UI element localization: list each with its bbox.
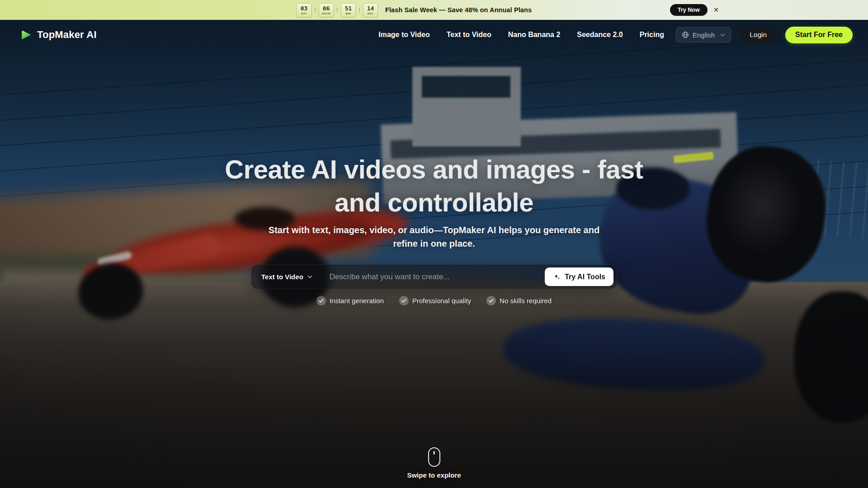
countdown-minutes-value: 51 xyxy=(345,5,352,11)
feature-no-skills-required: No skills required xyxy=(486,296,552,305)
countdown-minutes-label: MIN xyxy=(345,12,351,15)
logo-text: TopMaker AI xyxy=(37,29,97,41)
feature-label: No skills required xyxy=(500,297,552,305)
mouse-scroll-icon xyxy=(428,447,440,467)
logo[interactable]: TopMaker AI xyxy=(19,28,97,42)
nav-link-text-to-video[interactable]: Text to Video xyxy=(447,31,491,39)
countdown-days: 03 DAY xyxy=(297,3,311,17)
countdown-hours: 06 HOUR xyxy=(319,3,334,17)
mode-selected-label: Text to Video xyxy=(261,273,303,281)
promo-banner: 03 DAY : 06 HOUR : 51 MIN : 14 SEC xyxy=(0,0,868,20)
countdown-seconds: 14 SEC xyxy=(363,3,378,17)
promo-banner-content: 03 DAY : 06 HOUR : 51 MIN : 14 SEC xyxy=(297,0,532,20)
countdown-hours-label: HOUR xyxy=(322,12,330,15)
countdown-minutes: 51 MIN xyxy=(341,3,356,17)
chevron-down-icon xyxy=(720,33,725,37)
sparkle-icon xyxy=(553,273,561,281)
main-nav: Image to Video Text to Video Nano Banana… xyxy=(378,31,664,39)
feature-label: Instant generation xyxy=(330,297,384,305)
logo-play-icon xyxy=(19,28,33,42)
check-circle-icon xyxy=(316,296,326,305)
check-circle-icon xyxy=(399,296,409,305)
prompt-bar: Text to Video Try AI Tools xyxy=(251,264,617,289)
banner-message: Flash Sale Week — Save 48% on Annual Pla… xyxy=(385,6,532,14)
check-circle-icon xyxy=(486,296,496,305)
try-ai-tools-button[interactable]: Try AI Tools xyxy=(545,267,613,286)
scroll-hint: Swipe to explore xyxy=(0,447,868,479)
start-for-free-button[interactable]: Start For Free xyxy=(785,27,853,43)
countdown-separator: : xyxy=(359,7,360,13)
page-title: Create AI videos and images - fast and c… xyxy=(0,153,868,219)
banner-close-button[interactable]: ✕ xyxy=(711,5,722,15)
hero-section: Create AI videos and images - fast and c… xyxy=(0,0,868,488)
language-selector[interactable]: English xyxy=(676,27,731,42)
feature-instant-generation: Instant generation xyxy=(316,296,384,305)
feature-list: Instant generation Professional quality … xyxy=(316,296,552,305)
try-ai-tools-label: Try AI Tools xyxy=(565,273,605,281)
language-selected: English xyxy=(693,31,715,39)
close-icon: ✕ xyxy=(713,6,719,14)
nav-link-nano-banana-2[interactable]: Nano Banana 2 xyxy=(508,31,561,39)
banner-try-now-button[interactable]: Try Now xyxy=(670,4,708,16)
site-header: TopMaker AI Image to Video Text to Video… xyxy=(0,20,868,50)
login-button[interactable]: Login xyxy=(740,27,776,43)
feature-label: Professional quality xyxy=(412,297,471,305)
nav-link-image-to-video[interactable]: Image to Video xyxy=(378,31,430,39)
chevron-down-icon xyxy=(307,275,312,278)
countdown-separator: : xyxy=(336,7,338,13)
feature-professional-quality: Professional quality xyxy=(399,296,471,305)
page-title-line2: and controllable xyxy=(0,186,868,219)
countdown-days-label: DAY xyxy=(301,12,307,15)
countdown-separator: : xyxy=(314,7,316,13)
nav-link-seedance-2[interactable]: Seedance 2.0 xyxy=(577,31,623,39)
globe-icon xyxy=(682,31,689,38)
countdown-seconds-label: SEC xyxy=(368,12,374,15)
hero-subtitle: Start with text, images, video, or audio… xyxy=(262,223,606,250)
header-controls: English Login Start For Free xyxy=(676,27,853,43)
prompt-input[interactable] xyxy=(330,272,545,282)
nav-link-pricing[interactable]: Pricing xyxy=(640,31,664,39)
page-title-line1: Create AI videos and images - fast xyxy=(0,153,868,186)
countdown-days-value: 03 xyxy=(301,5,308,11)
scroll-hint-label: Swipe to explore xyxy=(407,471,461,479)
countdown-seconds-value: 14 xyxy=(367,5,374,11)
countdown-timer: 03 DAY : 06 HOUR : 51 MIN : 14 SEC xyxy=(297,3,378,17)
page: 03 DAY : 06 HOUR : 51 MIN : 14 SEC xyxy=(0,0,868,488)
mode-selector[interactable]: Text to Video xyxy=(261,273,312,281)
countdown-hours-value: 06 xyxy=(323,5,330,11)
